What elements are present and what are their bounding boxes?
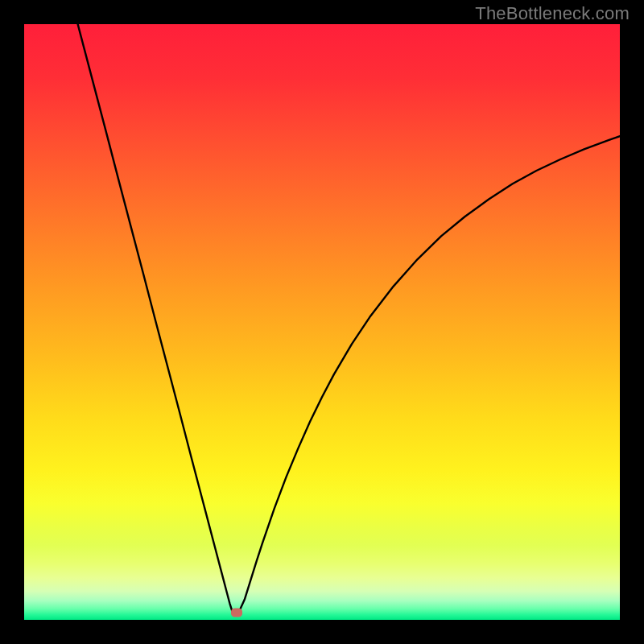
chart-curve	[24, 24, 620, 620]
watermark-label: TheBottleneck.com	[475, 3, 630, 24]
chart-plot-area	[24, 24, 620, 620]
curve-minimum-marker	[231, 609, 242, 617]
